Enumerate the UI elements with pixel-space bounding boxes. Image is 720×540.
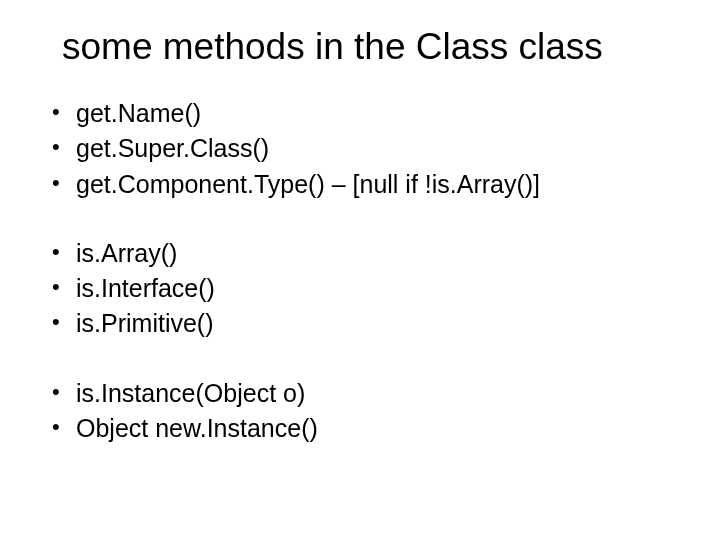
list-item: is.Primitive(): [46, 308, 680, 339]
slide: some methods in the Class class get.Name…: [0, 0, 720, 540]
list-item: is.Array(): [46, 238, 680, 269]
list-item: is.Interface(): [46, 273, 680, 304]
slide-body: get.Name() get.Super.Class() get.Compone…: [46, 98, 680, 444]
bullet-group-0: get.Name() get.Super.Class() get.Compone…: [46, 98, 680, 200]
bullet-group-1: is.Array() is.Interface() is.Primitive(): [46, 238, 680, 340]
list-item: is.Instance(Object o): [46, 378, 680, 409]
list-item: get.Super.Class(): [46, 133, 680, 164]
list-item: Object new.Instance(): [46, 413, 680, 444]
list-item: get.Component.Type() – [null if !is.Arra…: [46, 169, 680, 200]
list-item: get.Name(): [46, 98, 680, 129]
slide-title: some methods in the Class class: [62, 26, 680, 68]
bullet-group-2: is.Instance(Object o) Object new.Instanc…: [46, 378, 680, 445]
